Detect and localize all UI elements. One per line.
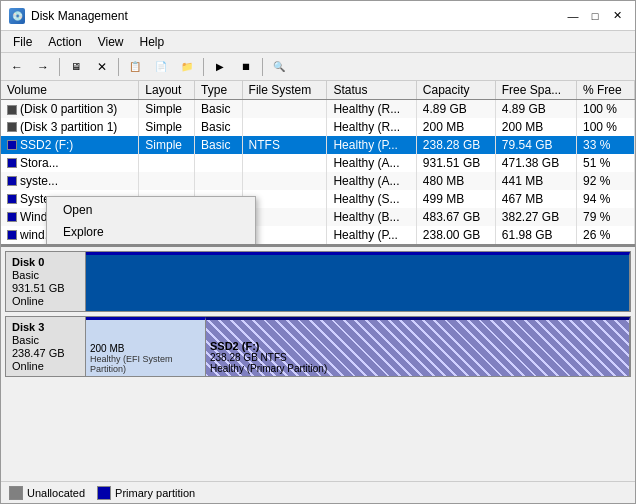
cell-cap: 499 MB	[416, 190, 495, 208]
disk3-info: Disk 3 Basic 238.47 GB Online	[6, 317, 86, 376]
cell-cap: 931.51 GB	[416, 154, 495, 172]
cell-layout: Simple	[139, 136, 195, 154]
table-row[interactable]: syste... Healthy (A... 480 MB 441 MB 92 …	[1, 172, 635, 190]
ctx-explore[interactable]: Explore	[47, 221, 255, 243]
toolbar-sep3	[203, 58, 204, 76]
title-left: 💿 Disk Management	[9, 8, 128, 24]
disk0-row: Disk 0 Basic 931.51 GB Online	[5, 251, 631, 312]
bottom-panel: Disk 0 Basic 931.51 GB Online Disk 3 Bas…	[1, 247, 635, 482]
cell-fs: NTFS	[242, 136, 327, 154]
cell-pct: 51 %	[576, 154, 634, 172]
legend-primary-label: Primary partition	[115, 487, 195, 499]
disk3-p2-name: SSD2 (F:)	[210, 340, 625, 352]
cell-free: 382.27 GB	[495, 208, 576, 226]
toolbar-btn8[interactable]: 🔍	[267, 56, 291, 78]
toolbar-btn7[interactable]: ⏹	[234, 56, 258, 78]
cell-volume: syste...	[1, 172, 139, 190]
toolbar-back[interactable]: ←	[5, 56, 29, 78]
disk3-type: Basic	[12, 334, 79, 346]
cell-pct: 33 %	[576, 136, 634, 154]
cell-cap: 238.00 GB	[416, 226, 495, 244]
cell-status: Healthy (S...	[327, 190, 416, 208]
cell-free: 471.38 GB	[495, 154, 576, 172]
cell-volume: Stora...	[1, 154, 139, 172]
disk3-partition2[interactable]: SSD2 (F:) 238.28 GB NTFS Healthy (Primar…	[206, 317, 630, 376]
menu-file[interactable]: File	[5, 33, 40, 51]
toolbar-forward[interactable]: →	[31, 56, 55, 78]
title-bar: 💿 Disk Management — □ ✕	[1, 1, 635, 31]
menu-view[interactable]: View	[90, 33, 132, 51]
disk3-p2-size: 238.28 GB NTFS	[210, 352, 625, 363]
close-button[interactable]: ✕	[607, 6, 627, 26]
cell-layout	[139, 172, 195, 190]
cell-pct: 79 %	[576, 208, 634, 226]
cell-cap: 200 MB	[416, 118, 495, 136]
table-row-selected[interactable]: SSD2 (F:) Simple Basic NTFS Healthy (P..…	[1, 136, 635, 154]
cell-pct: 92 %	[576, 172, 634, 190]
cell-status: Healthy (B...	[327, 208, 416, 226]
top-panel: Volume Layout Type File System Status Ca…	[1, 81, 635, 247]
legend: Unallocated Primary partition	[1, 481, 635, 503]
table-header-row: Volume Layout Type File System Status Ca…	[1, 81, 635, 100]
minimize-button[interactable]: —	[563, 6, 583, 26]
cell-status: Healthy (R...	[327, 100, 416, 118]
cell-free: 4.89 GB	[495, 100, 576, 118]
toolbar-btn2[interactable]: ✕	[90, 56, 114, 78]
disk3-p1-size: 200 MB	[90, 343, 201, 354]
col-status: Status	[327, 81, 416, 100]
col-pct: % Free	[576, 81, 634, 100]
context-menu: Open Explore Mark Partition as Active Ch…	[46, 196, 256, 247]
cell-type: Basic	[195, 100, 243, 118]
cell-free: 441 MB	[495, 172, 576, 190]
toolbar-btn1[interactable]: 🖥	[64, 56, 88, 78]
cell-status: Healthy (R...	[327, 118, 416, 136]
app-icon: 💿	[9, 8, 25, 24]
toolbar: ← → 🖥 ✕ 📋 📄 📁 ▶ ⏹ 🔍	[1, 53, 635, 81]
disk0-type: Basic	[12, 269, 79, 281]
cell-fs	[242, 154, 327, 172]
ctx-sep1	[47, 245, 255, 246]
cell-free: 61.98 GB	[495, 226, 576, 244]
cell-pct: 26 %	[576, 226, 634, 244]
col-volume: Volume	[1, 81, 139, 100]
col-layout: Layout	[139, 81, 195, 100]
cell-type	[195, 172, 243, 190]
toolbar-btn3[interactable]: 📋	[123, 56, 147, 78]
toolbar-sep4	[262, 58, 263, 76]
table-row[interactable]: (Disk 0 partition 3) Simple Basic Health…	[1, 100, 635, 118]
menu-action[interactable]: Action	[40, 33, 89, 51]
disk3-name: Disk 3	[12, 321, 79, 333]
cell-cap: 4.89 GB	[416, 100, 495, 118]
toolbar-btn4[interactable]: 📄	[149, 56, 173, 78]
cell-status: Healthy (A...	[327, 154, 416, 172]
cell-status: Healthy (P...	[327, 226, 416, 244]
cell-type	[195, 154, 243, 172]
main-window: 💿 Disk Management — □ ✕ File Action View…	[0, 0, 636, 504]
disk3-p1-status: Healthy (EFI System Partition)	[90, 354, 201, 374]
cell-fs	[242, 118, 327, 136]
menu-help[interactable]: Help	[132, 33, 173, 51]
toolbar-btn5[interactable]: 📁	[175, 56, 199, 78]
disk3-size: 238.47 GB	[12, 347, 79, 359]
disk0-name: Disk 0	[12, 256, 79, 268]
ctx-open[interactable]: Open	[47, 199, 255, 221]
disk3-p2-status: Healthy (Primary Partition)	[210, 363, 625, 374]
disk0-partition1[interactable]	[86, 252, 630, 311]
table-row[interactable]: (Disk 3 partition 1) Simple Basic Health…	[1, 118, 635, 136]
cell-volume: SSD2 (F:)	[1, 136, 139, 154]
cell-volume: (Disk 3 partition 1)	[1, 118, 139, 136]
cell-cap: 483.67 GB	[416, 208, 495, 226]
cell-status: Healthy (A...	[327, 172, 416, 190]
legend-primary-box	[97, 486, 111, 500]
disk3-partition1[interactable]: 200 MB Healthy (EFI System Partition)	[86, 317, 206, 376]
col-filesystem: File System	[242, 81, 327, 100]
cell-type: Basic	[195, 118, 243, 136]
cell-status: Healthy (P...	[327, 136, 416, 154]
cell-cap: 238.28 GB	[416, 136, 495, 154]
cell-volume: (Disk 0 partition 3)	[1, 100, 139, 118]
disk3-status: Online	[12, 360, 79, 372]
disk0-info: Disk 0 Basic 931.51 GB Online	[6, 252, 86, 311]
maximize-button[interactable]: □	[585, 6, 605, 26]
table-row[interactable]: Stora... Healthy (A... 931.51 GB 471.38 …	[1, 154, 635, 172]
toolbar-btn6[interactable]: ▶	[208, 56, 232, 78]
